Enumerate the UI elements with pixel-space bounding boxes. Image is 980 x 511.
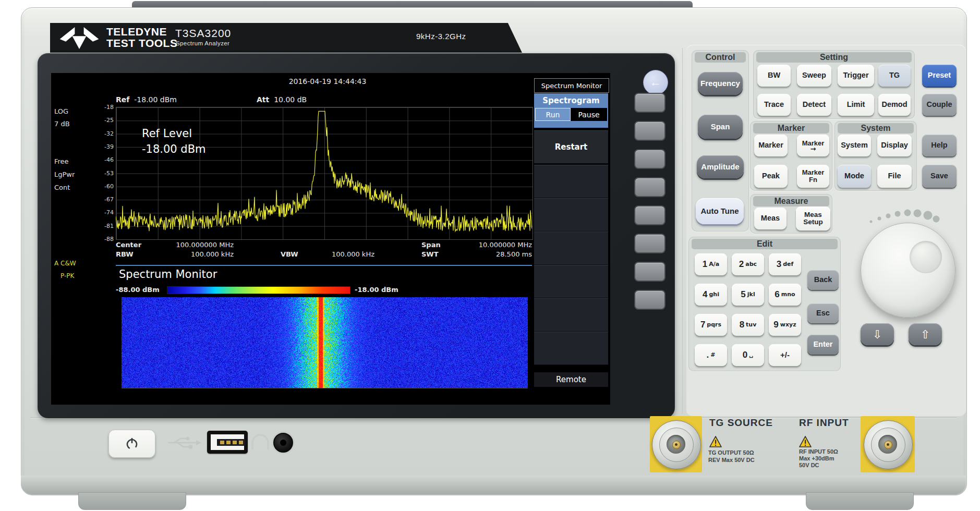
key-5[interactable]: 5jkl: [732, 284, 764, 306]
tg-button[interactable]: TG: [878, 65, 911, 87]
key-4[interactable]: 4ghi: [695, 284, 727, 306]
rotary-knob[interactable]: [861, 223, 955, 318]
softkey-7[interactable]: [634, 262, 666, 282]
spectrum-analyzer-front-panel: TELEDYNE TEST TOOLS T3SA3200 Spectrum An…: [0, 0, 980, 511]
tg-source-label: TG SOURCE: [709, 417, 773, 429]
meas-button[interactable]: Meas: [754, 208, 787, 229]
system-button[interactable]: System: [838, 135, 871, 156]
rf-input-connector: [864, 420, 913, 469]
meas-setup-button[interactable]: Meas Setup: [796, 206, 830, 230]
preset-button[interactable]: Preset: [922, 65, 957, 87]
key-6[interactable]: 6mno: [769, 284, 801, 306]
power-button[interactable]: [108, 430, 155, 458]
tg-source-connector: [652, 420, 701, 469]
key-7[interactable]: 7pqrs: [695, 314, 727, 336]
menu-item-restart[interactable]: Restart: [534, 130, 608, 164]
auto-tune-button[interactable]: Auto Tune: [696, 198, 744, 224]
softkey-4[interactable]: [634, 177, 666, 197]
brand-strip: TELEDYNE TEST TOOLS T3SA3200 Spectrum An…: [50, 23, 522, 53]
run-option[interactable]: Run: [535, 108, 571, 121]
status-sweep: Cont: [54, 184, 70, 191]
menu-item-empty: [534, 198, 608, 232]
headphone-jack: [273, 433, 293, 453]
key-plus-minus[interactable]: +/-: [769, 344, 801, 366]
y-tick-label: -18: [104, 104, 114, 111]
key-0[interactable]: 0␣: [732, 344, 764, 366]
marker-fn-line2: Fn: [809, 176, 817, 184]
rbw-readout: RBW 100.000 kHz: [116, 250, 134, 258]
help-button[interactable]: Help: [922, 135, 957, 156]
bw-button[interactable]: BW: [757, 65, 791, 87]
limit-button[interactable]: Limit: [838, 94, 874, 116]
amplitude-color-scale: [167, 286, 350, 294]
back-arrow-button[interactable]: ←: [643, 70, 668, 95]
status-trigger: Free: [54, 157, 69, 165]
pause-option[interactable]: Pause: [571, 108, 607, 121]
y-tick-label: -60: [104, 183, 114, 190]
y-tick-label: -81: [104, 223, 114, 229]
detect-button[interactable]: Detect: [797, 94, 831, 116]
marker-to-button[interactable]: Marker →: [797, 135, 829, 156]
screen-bezel: 2016-04-19 14:44:43 Ref -18.00 dBm Att 1…: [38, 53, 675, 418]
enter-button[interactable]: Enter: [807, 335, 839, 355]
softkey-2[interactable]: [634, 121, 666, 141]
frequency-button[interactable]: Frequency: [698, 72, 743, 95]
rf-input-label: RF INPUT: [799, 417, 849, 429]
key-1[interactable]: 1A/a: [695, 253, 727, 275]
y-tick-label: -53: [104, 170, 114, 177]
detector-mode-label: P-PK: [61, 272, 74, 279]
menu-item-empty: [534, 332, 608, 365]
marker-fn-button[interactable]: Marker Fn: [797, 165, 829, 188]
softkey-3[interactable]: [634, 149, 666, 169]
attenuation-readout: Att 10.00 dB: [257, 95, 307, 104]
teledyne-logo-icon: [56, 26, 102, 50]
menu-item-remote[interactable]: Remote: [534, 372, 608, 387]
marker-to-arrow: →: [810, 147, 816, 151]
span-readout: Span 10.000000 MHz: [421, 241, 441, 249]
ref-level-annotation-label: Ref Level: [142, 127, 192, 140]
trigger-button[interactable]: Trigger: [838, 65, 874, 87]
rf-warning-icon: [799, 436, 812, 447]
file-button[interactable]: File: [877, 165, 912, 188]
back-button[interactable]: Back: [807, 270, 839, 290]
span-button[interactable]: Span: [698, 115, 743, 139]
peak-button[interactable]: Peak: [754, 165, 788, 188]
sweep-time-readout: SWT 28.500 ms: [421, 250, 439, 258]
down-arrow-button[interactable]: ⇩: [861, 323, 894, 345]
display-button[interactable]: Display: [877, 135, 912, 156]
key-8[interactable]: 8tuv: [732, 314, 764, 336]
softkey-5[interactable]: [634, 205, 666, 225]
menu-item-empty: [534, 232, 608, 265]
menu-item-empty: [534, 165, 608, 198]
status-power: LgPwr: [54, 171, 75, 178]
scale-min-label: -88.00 dBm: [116, 286, 160, 294]
key-dot-hash[interactable]: .#: [695, 344, 727, 366]
rf-note-3: 50V DC: [799, 462, 819, 469]
key-2[interactable]: 2abc: [732, 253, 764, 275]
chassis-base: [21, 476, 966, 494]
demod-button[interactable]: Demod: [878, 94, 911, 116]
couple-button[interactable]: Couple: [922, 94, 957, 116]
marker-group-title: Marker: [753, 123, 829, 133]
trace-mode-label: A C&W: [54, 260, 76, 267]
marker-button[interactable]: Marker: [754, 135, 788, 156]
sweep-button[interactable]: Sweep: [797, 65, 831, 87]
menu-item-spectrogram[interactable]: Spectrogram Run Pause: [534, 93, 608, 128]
key-9[interactable]: 9wxyz: [769, 314, 801, 336]
key-3[interactable]: 3def: [769, 253, 801, 275]
softkey-1[interactable]: [634, 93, 666, 113]
y-axis-tick-labels: -18-25-32-39-46-53-60-67-74-81-88: [95, 107, 114, 239]
save-button[interactable]: Save: [922, 165, 957, 188]
softkey-8[interactable]: [634, 290, 666, 310]
amplitude-button[interactable]: Amplitude: [697, 155, 744, 178]
trace-button[interactable]: Trace: [757, 94, 791, 116]
tg-note-2: REV Max 50V DC: [708, 457, 755, 464]
y-tick-label: -46: [104, 156, 114, 163]
mode-button[interactable]: Mode: [838, 165, 871, 188]
rf-note-2: Max +30dBm: [799, 455, 834, 462]
softkey-6[interactable]: [634, 234, 666, 253]
spectrum-monitor-heading: Spectrum Monitor: [119, 268, 217, 281]
esc-button[interactable]: Esc: [807, 303, 839, 323]
panel-seam-vertical: [682, 48, 683, 414]
up-arrow-button[interactable]: ⇧: [909, 323, 942, 345]
